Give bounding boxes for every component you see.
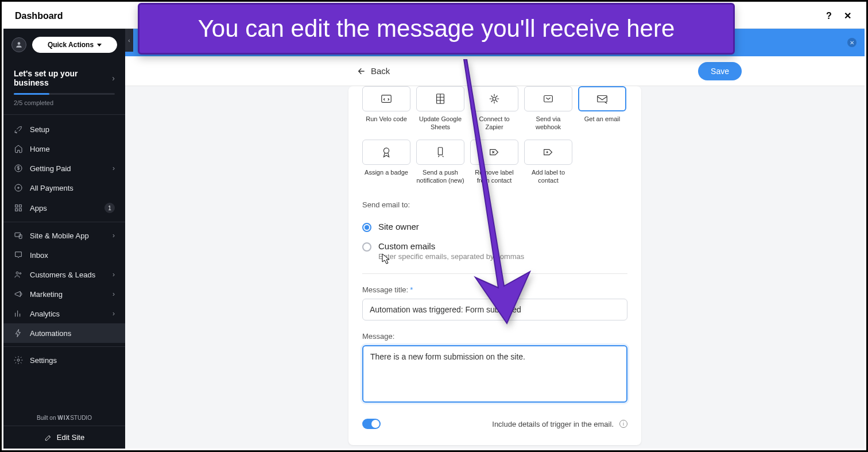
edit-site-button[interactable]: Edit Site [3,426,125,449]
nav-label: Getting Paid [30,164,71,173]
sidebar-item-setup[interactable]: Setup [3,119,125,139]
sidebar: Quick Actions Let's set up your business… [3,29,125,449]
quick-actions-label: Quick Actions [48,41,94,49]
home-icon [14,144,23,153]
nav-label: Home [30,145,50,153]
close-icon[interactable]: ✕ [842,10,853,22]
sheets-icon [434,92,447,105]
nav-label: Setup [30,125,49,134]
built-on-label: Built on WIXSTUDIO [3,410,125,426]
sidebar-item-automations[interactable]: Automations [3,323,125,343]
svg-rect-4 [16,208,18,211]
chevron-down-icon [97,44,102,47]
nav-label: Site & Mobile App [30,231,89,240]
svg-point-16 [383,148,389,153]
sidebar-item-marketing[interactable]: Marketing› [3,284,125,304]
nav-label: Automations [30,329,71,338]
tile-run-velo-code[interactable]: Run Velo code [362,86,410,132]
chevron-right-icon: › [113,231,115,239]
nav-label: Settings [30,356,57,365]
sidebar-item-analytics[interactable]: Analytics› [3,304,125,323]
dollar-icon [14,164,23,173]
annotation-arrow-icon [450,59,541,331]
email-icon [596,92,609,105]
help-icon[interactable]: ? [823,10,835,22]
code-icon [380,92,393,105]
chevron-right-icon: › [113,290,115,298]
nav-label: All Payments [30,184,73,192]
tile-label: Run Velo code [366,115,407,131]
back-label: Back [371,66,390,76]
nav: SetupHomeGetting Paid›All PaymentsApps1S… [3,115,125,374]
chevron-right-icon: › [112,74,115,83]
radio-owner-label: Site owner [378,222,419,231]
nav-label: Inbox [30,251,48,260]
gear-icon [14,356,23,365]
cursor-icon [382,253,391,267]
badge-icon [380,146,393,159]
nav-divider [3,346,125,347]
bolt-icon [14,329,23,338]
sidebar-collapse-button[interactable]: ‹ [125,29,133,52]
info-icon[interactable]: i [619,420,627,428]
include-details-toggle[interactable] [362,419,381,429]
banner-close-icon[interactable]: ✕ [847,38,857,47]
quick-actions-button[interactable]: Quick Actions [32,37,117,53]
nav-label: Customers & Leads [30,271,95,279]
users-icon [14,270,23,279]
sidebar-item-site-mobile-app[interactable]: Site & Mobile App› [3,226,125,245]
svg-point-10 [17,359,20,361]
setup-card[interactable]: Let's set up your business › 2/5 complet… [3,62,125,115]
svg-rect-15 [598,96,607,102]
svg-rect-17 [438,147,442,154]
megaphone-icon [14,289,23,299]
push-icon [434,146,447,159]
tile-label: Get an email [584,115,620,131]
message-field-label: Message: [362,332,627,341]
rocket-icon [14,125,23,134]
progress-bar [14,93,115,95]
svg-rect-14 [544,96,553,102]
avatar[interactable] [11,37,26,52]
nav-divider [3,222,125,222]
svg-rect-11 [382,95,392,103]
sidebar-item-apps[interactable]: Apps1 [3,198,125,218]
nav-label: Marketing [30,290,63,299]
page-title: Dashboard [15,11,63,21]
nav-label: Apps [30,204,47,213]
radio-icon [362,223,371,232]
svg-rect-5 [19,208,21,211]
edit-site-label: Edit Site [57,433,84,442]
sidebar-item-customers-leads[interactable]: Customers & Leads› [3,265,125,284]
toggle-label: Include details of trigger in the email. [492,420,614,428]
tile-get-an-email[interactable]: Get an email [578,86,626,132]
webhook-icon [542,92,555,105]
chevron-right-icon: › [113,310,115,318]
dollar2-icon [14,183,23,192]
sidebar-item-getting-paid[interactable]: Getting Paid› [3,159,125,178]
tile-assign-a-badge[interactable]: Assign a badge [362,140,410,185]
sidebar-item-all-payments[interactable]: All Payments [3,178,125,198]
svg-rect-2 [16,205,18,207]
setup-title: Let's set up your business [14,69,112,87]
svg-point-8 [16,272,18,274]
back-button[interactable]: Back [357,66,390,76]
chart-icon [14,309,23,318]
grid-icon [14,203,23,213]
radio-icon [362,242,371,252]
sidebar-item-inbox[interactable]: Inbox [3,245,125,265]
sidebar-item-settings[interactable]: Settings [3,350,125,370]
labeladd-icon [542,146,555,159]
chevron-right-icon: › [113,164,115,172]
message-textarea[interactable] [362,345,627,403]
nav-badge: 1 [104,203,115,213]
nav-label: Analytics [30,310,60,318]
svg-rect-3 [19,205,21,207]
devices-icon [14,231,23,240]
annotation-callout: You can edit the message you'll receive … [138,3,735,55]
progress-text: 2/5 completed [14,99,115,106]
save-button[interactable]: Save [698,62,742,80]
svg-point-9 [20,273,21,275]
sidebar-item-home[interactable]: Home [3,139,125,159]
chevron-right-icon: › [113,271,115,279]
